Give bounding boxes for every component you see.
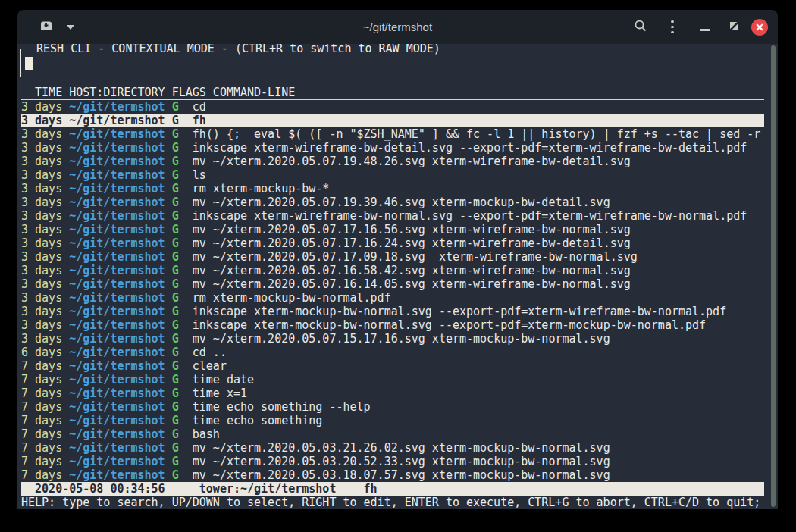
minimize-button[interactable] <box>694 10 716 44</box>
history-row[interactable]: 7 days ~/git/termshot G clear <box>21 359 764 373</box>
history-row[interactable]: 3 days ~/git/termshot G ls <box>21 168 764 182</box>
history-row[interactable]: 3 days ~/git/termshot G inkscape xterm-w… <box>21 141 764 155</box>
resh-search-input[interactable]: RESH CLI - CONTEXTUAL MODE - (CTRL+R to … <box>20 49 766 77</box>
titlebar: ~/git/termshot <box>17 10 778 44</box>
history-row[interactable]: 7 days ~/git/termshot G time echo someth… <box>21 400 764 414</box>
search-button[interactable] <box>630 10 651 44</box>
history-table-header: TIME HOST:DIRECTORY FLAGS COMMAND-LINE <box>21 86 764 100</box>
history-row[interactable]: 7 days ~/git/termshot G bash <box>21 427 764 441</box>
menu-button[interactable] <box>662 10 683 44</box>
history-row[interactable]: 3 days ~/git/termshot G inkscape xterm-w… <box>21 209 764 223</box>
history-row[interactable]: 3 days ~/git/termshot G mv ~/xterm.2020.… <box>21 223 764 236</box>
history-row[interactable]: 7 days ~/git/termshot G mv ~/xterm.2020.… <box>21 455 764 468</box>
history-row[interactable]: 7 days ~/git/termshot G time echo someth… <box>21 414 764 427</box>
terminal-screen[interactable]: RESH CLI - CONTEXTUAL MODE - (CTRL+R to … <box>17 44 778 509</box>
resh-box-title: RESH CLI - CONTEXTUAL MODE - (CTRL+R to … <box>31 44 446 55</box>
history-row[interactable]: 3 days ~/git/termshot G rm xterm-mockup-… <box>21 182 764 196</box>
history-row[interactable]: 3 days ~/git/termshot G inkscape xterm-m… <box>21 305 764 318</box>
tab-new-icon <box>39 19 54 36</box>
history-row[interactable]: 3 days ~/git/termshot G mv ~/xterm.2020.… <box>21 332 764 346</box>
terminal-window: ~/git/termshot <box>17 10 778 509</box>
close-button[interactable]: ✕ <box>749 10 770 44</box>
restore-button[interactable] <box>723 10 744 44</box>
text-cursor <box>25 57 33 70</box>
history-row[interactable]: 3 days ~/git/termshot G mv ~/xterm.2020.… <box>21 155 764 168</box>
minimize-icon <box>700 29 710 31</box>
selected-entry-status: 2020-05-08 00:34:56 tower:~/git/termshot… <box>21 482 764 496</box>
history-row[interactable]: 7 days ~/git/termshot G mv ~/xterm.2020.… <box>21 468 764 482</box>
history-row[interactable]: 3 days ~/git/termshot G cd <box>21 100 764 114</box>
history-row[interactable]: 7 days ~/git/termshot G mv ~/xterm.2020.… <box>21 441 764 455</box>
history-row[interactable]: 7 days ~/git/termshot G time date <box>21 373 764 386</box>
history-row[interactable]: 3 days ~/git/termshot G fh <box>21 114 764 127</box>
chevron-down-icon <box>67 25 74 30</box>
search-icon <box>634 19 647 36</box>
history-row[interactable]: 3 days ~/git/termshot G mv ~/xterm.2020.… <box>21 250 764 264</box>
history-list: 3 days ~/git/termshot G cd3 days ~/git/t… <box>21 100 764 482</box>
close-icon: ✕ <box>751 19 768 36</box>
history-row[interactable]: 3 days ~/git/termshot G mv ~/xterm.2020.… <box>21 236 764 250</box>
new-tab-button[interactable] <box>36 10 57 44</box>
restore-icon <box>729 20 739 34</box>
history-row[interactable]: 7 days ~/git/termshot G time x=1 <box>21 386 764 400</box>
history-row[interactable]: 6 days ~/git/termshot G cd .. <box>21 346 764 359</box>
history-row[interactable]: 3 days ~/git/termshot G mv ~/xterm.2020.… <box>21 196 764 209</box>
history-row[interactable]: 3 days ~/git/termshot G fh() {; eval $( … <box>21 127 764 141</box>
history-row[interactable]: 3 days ~/git/termshot G rm xterm-mockup-… <box>21 291 764 305</box>
help-line: HELP: type to search, UP/DOWN to select,… <box>21 496 764 509</box>
history-row[interactable]: 3 days ~/git/termshot G mv ~/xterm.2020.… <box>21 264 764 277</box>
tab-dropdown-button[interactable] <box>60 10 81 44</box>
history-row[interactable]: 3 days ~/git/termshot G inkscape xterm-m… <box>21 318 764 332</box>
scrollbar[interactable] <box>771 45 776 507</box>
history-row[interactable]: 3 days ~/git/termshot G mv ~/xterm.2020.… <box>21 277 764 291</box>
kebab-menu-icon <box>671 20 674 34</box>
